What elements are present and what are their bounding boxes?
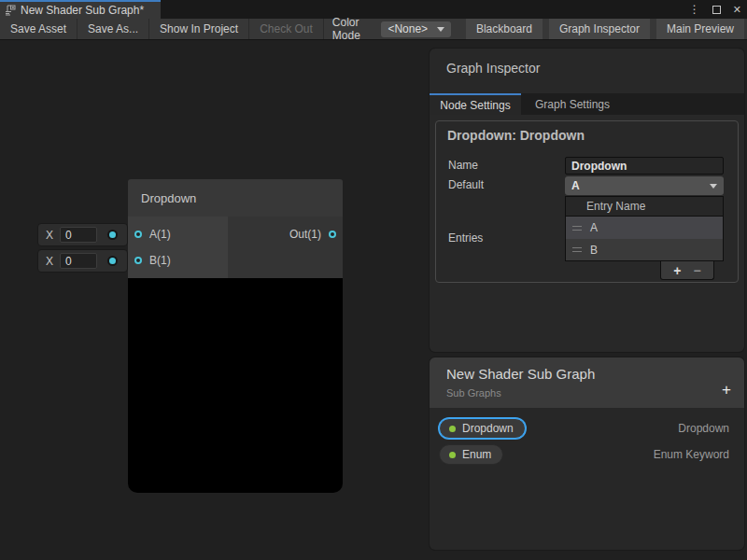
tab-node-settings[interactable]: Node Settings	[430, 93, 521, 115]
default-value: A	[571, 179, 580, 192]
main-preview-toggle-button[interactable]: Main Preview	[656, 19, 744, 39]
drag-handle-icon[interactable]	[572, 247, 582, 252]
window-controls: ⋮ ✕	[689, 0, 741, 19]
graph-inspector-panel: Graph Inspector Node Settings Graph Sett…	[430, 49, 744, 352]
inspector-tabs: Node Settings Graph Settings	[430, 93, 744, 115]
blackboard-row-dropdown: Dropdown Dropdown	[439, 418, 729, 439]
node-body: A(1) B(1) Out(1)	[128, 217, 343, 278]
entries-list-footer: + −	[660, 261, 714, 280]
kebab-menu-icon[interactable]: ⋮	[689, 4, 700, 15]
chevron-down-icon	[710, 184, 717, 189]
shader-graph-window: New Shader Sub Graph* ⋮ ✕ Save Asset Sav…	[0, 0, 747, 560]
color-mode-value: <None>	[388, 22, 428, 35]
port-label-a: A(1)	[149, 228, 171, 241]
remove-entry-button[interactable]: −	[694, 264, 701, 277]
blackboard-header: New Shader Sub Graph Sub Graphs +	[430, 357, 744, 408]
exposed-dot-icon	[449, 426, 456, 432]
save-as-button[interactable]: Save As...	[78, 19, 149, 39]
inspector-title: Graph Inspector	[446, 61, 540, 76]
node-title: Dropdown	[141, 191, 196, 205]
graph-inspector-toggle-button[interactable]: Graph Inspector	[549, 19, 650, 39]
drag-handle-icon[interactable]	[572, 226, 582, 231]
port-connector-dot	[109, 258, 116, 264]
port-connector-dot	[109, 231, 116, 238]
input-a-default-field: X 0	[37, 223, 128, 246]
check-out-button: Check Out	[249, 19, 324, 39]
blackboard-toggle-button[interactable]: Blackboard	[466, 19, 543, 39]
blackboard-row-enum: Enum Enum Keyword	[439, 444, 729, 465]
item-type-label: Dropdown	[678, 422, 729, 435]
section-title: Dropdown: Dropdown	[447, 128, 585, 143]
x-component-label: X	[46, 229, 53, 242]
port-label-out: Out(1)	[289, 228, 321, 241]
tab-graph-settings[interactable]: Graph Settings	[521, 93, 624, 115]
input-port-b[interactable]	[134, 257, 142, 264]
blackboard-title: New Shader Sub Graph	[446, 366, 595, 382]
name-label: Name	[448, 159, 478, 172]
entry-row[interactable]: B	[565, 239, 724, 261]
entry-name: B	[590, 244, 598, 257]
entries-label: Entries	[448, 231, 483, 245]
name-input[interactable]: Dropdown	[565, 157, 724, 175]
node-header[interactable]: Dropdown	[128, 179, 343, 217]
color-mode-label: Color Mode	[324, 19, 382, 39]
subgraph-icon	[5, 5, 16, 16]
input-port-a[interactable]	[134, 231, 142, 238]
save-asset-button[interactable]: Save Asset	[0, 19, 78, 39]
port-row-a: A(1)	[128, 221, 228, 247]
maximize-icon[interactable]	[712, 6, 721, 14]
blackboard-subtitle: Sub Graphs	[446, 387, 501, 399]
node-input-section: A(1) B(1)	[128, 217, 228, 278]
input-a-value-field[interactable]: 0	[60, 227, 97, 243]
color-mode-dropdown[interactable]: <None>	[381, 21, 450, 37]
pill-label: Dropdown	[462, 422, 514, 435]
item-type-label: Enum Keyword	[654, 448, 729, 461]
title-bar: New Shader Sub Graph* ⋮ ✕	[0, 0, 747, 19]
entry-name: A	[590, 221, 598, 234]
add-entry-button[interactable]: +	[673, 264, 681, 277]
dropdown-node[interactable]: Dropdown A(1) B(1) Out(1)	[128, 179, 343, 493]
output-port-out[interactable]	[329, 231, 336, 238]
port-row-b: B(1)	[128, 247, 228, 273]
toolbar: Save Asset Save As... Show In Project Ch…	[0, 19, 747, 40]
input-b-default-field: X 0	[37, 249, 128, 273]
default-dropdown[interactable]: A	[565, 176, 724, 195]
chevron-down-icon	[437, 27, 444, 32]
port-label-b: B(1)	[149, 254, 171, 267]
blackboard-panel: New Shader Sub Graph Sub Graphs + Dropdo…	[430, 357, 744, 550]
node-output-section: Out(1)	[228, 217, 343, 278]
x-component-label: X	[46, 255, 53, 268]
entries-list-header: Entry Name	[565, 196, 724, 217]
input-b-value-field[interactable]: 0	[60, 253, 97, 269]
add-subgraph-button[interactable]: +	[722, 382, 731, 398]
entries-list: Entry Name A B	[565, 196, 724, 261]
tab-title: New Shader Sub Graph*	[21, 4, 144, 17]
node-preview	[128, 278, 343, 493]
subgraph-pill-dropdown[interactable]: Dropdown	[439, 418, 526, 439]
entry-row[interactable]: A	[565, 217, 724, 239]
node-settings-section: Dropdown: Dropdown Name Dropdown Default…	[435, 120, 739, 283]
subgraph-pill-enum[interactable]: Enum	[439, 444, 503, 465]
close-icon[interactable]: ✕	[733, 5, 741, 15]
show-in-project-button[interactable]: Show In Project	[149, 19, 249, 39]
document-tab[interactable]: New Shader Sub Graph*	[0, 0, 161, 19]
default-label: Default	[448, 178, 484, 191]
port-row-out: Out(1)	[228, 221, 343, 247]
pill-label: Enum	[462, 448, 491, 461]
exposed-dot-icon	[449, 452, 456, 458]
